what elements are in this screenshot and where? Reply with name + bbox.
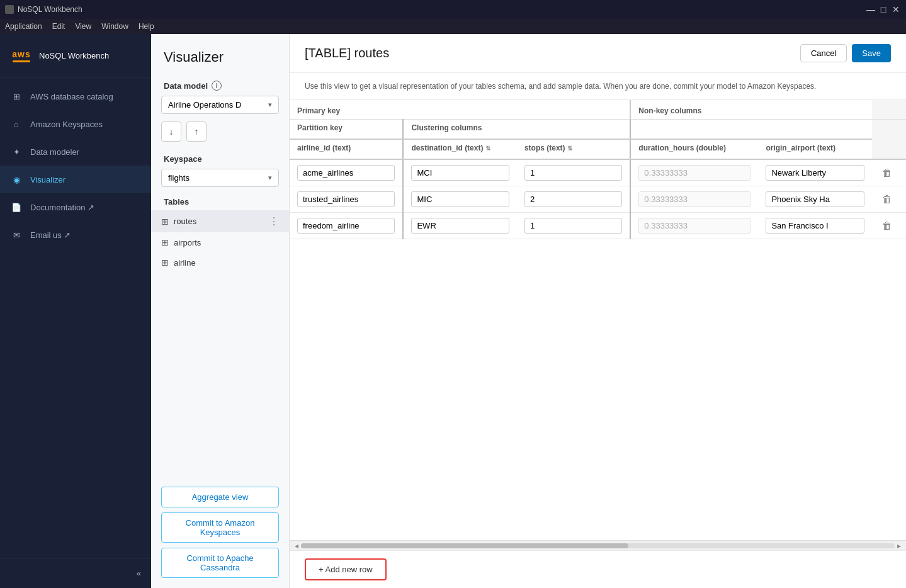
column-name-row: airline_id (text) destination_id (text) … bbox=[290, 139, 906, 159]
delete-row-1-button[interactable]: 🗑 bbox=[880, 194, 895, 205]
sidebar-item-label-visualizer: Visualizer bbox=[30, 175, 65, 184]
table-grid-icon-airline: ⊞ bbox=[161, 257, 169, 268]
table-grid-icon-airports: ⊞ bbox=[161, 237, 169, 247]
sidebar-item-label-documentation: Documentation ↗ bbox=[30, 203, 94, 212]
home-icon: ⌂ bbox=[10, 118, 23, 130]
table-row: 🗑 bbox=[290, 159, 906, 186]
input-airline-id-2[interactable] bbox=[297, 218, 395, 234]
stops-header: stops (text) ⇅ bbox=[517, 139, 630, 159]
sidebar-brand: aws NoSQL Workbench bbox=[0, 34, 151, 77]
save-button[interactable]: Save bbox=[852, 44, 891, 62]
input-origin-0[interactable] bbox=[766, 165, 864, 181]
table-item-label-routes: routes bbox=[174, 217, 196, 226]
destination-id-header: destination_id (text) ⇅ bbox=[403, 139, 516, 159]
airline-id-header: airline_id (text) bbox=[290, 139, 403, 159]
input-duration-2[interactable] bbox=[638, 218, 750, 234]
menu-application[interactable]: Application bbox=[5, 22, 42, 31]
middle-panel: Visualizer Data model i Airline Operatio… bbox=[151, 34, 290, 588]
input-origin-1[interactable] bbox=[766, 191, 864, 207]
sidebar-item-visualizer[interactable]: ◉ Visualizer bbox=[0, 166, 151, 193]
menu-help[interactable]: Help bbox=[139, 22, 154, 31]
middle-panel-title: Visualizer bbox=[151, 34, 289, 76]
non-key-col-placeholder bbox=[630, 120, 871, 140]
sidebar-nav: ⊞ AWS database catalog ⌂ Amazon Keyspace… bbox=[0, 77, 151, 558]
input-stops-1[interactable] bbox=[524, 191, 622, 207]
cell-airline-id-2 bbox=[290, 213, 403, 239]
sidebar-brand-name: NoSQL Workbench bbox=[39, 51, 109, 60]
cell-airline-id-0 bbox=[290, 159, 403, 186]
cell-stops-0 bbox=[517, 159, 630, 186]
cell-duration-2 bbox=[630, 213, 758, 239]
sidebar-item-label-aws-catalog: AWS database catalog bbox=[30, 92, 113, 101]
add-new-row-button[interactable]: + Add new row bbox=[305, 558, 387, 580]
input-airline-id-0[interactable] bbox=[297, 165, 395, 181]
main-content: [TABLE] routes Cancel Save Use this view… bbox=[290, 34, 906, 588]
sidebar-item-label-data-modeler: Data modeler bbox=[30, 147, 79, 157]
sort-icon-destination: ⇅ bbox=[485, 145, 490, 152]
sidebar-item-documentation[interactable]: 📄 Documentation ↗ bbox=[0, 193, 151, 221]
main-header: [TABLE] routes Cancel Save bbox=[290, 34, 906, 73]
aggregate-view-button[interactable]: Aggregate view bbox=[161, 487, 279, 507]
sidebar-item-data-modeler[interactable]: ✦ Data modeler bbox=[0, 138, 151, 166]
input-origin-2[interactable] bbox=[766, 218, 864, 234]
cell-destination-id-2 bbox=[403, 213, 516, 239]
sidebar-item-aws-catalog[interactable]: ⊞ AWS database catalog bbox=[0, 82, 151, 110]
menu-view[interactable]: View bbox=[75, 22, 91, 31]
table-item-airports[interactable]: ⊞ airports bbox=[151, 232, 289, 252]
cell-origin-1 bbox=[758, 186, 871, 213]
title-bar-controls[interactable]: — □ ✕ bbox=[866, 4, 901, 14]
grid-icon: ⊞ bbox=[10, 90, 23, 103]
info-icon[interactable]: i bbox=[212, 81, 222, 91]
table-item-routes[interactable]: ⊞ routes ⋮ bbox=[151, 210, 289, 232]
table-row: 🗑 bbox=[290, 213, 906, 239]
cell-stops-1 bbox=[517, 186, 630, 213]
menu-window[interactable]: Window bbox=[101, 22, 128, 31]
partition-key-header: Partition key bbox=[290, 120, 403, 140]
title-bar-left: NoSQL Workbench bbox=[5, 5, 82, 14]
horizontal-scrollbar[interactable]: ◂ ▸ bbox=[290, 540, 906, 550]
data-table: Primary key Non-key columns Partition ke… bbox=[290, 100, 906, 239]
table-item-airline[interactable]: ⊞ airline bbox=[151, 252, 289, 273]
scroll-left-icon[interactable]: ◂ bbox=[292, 541, 301, 550]
sidebar-item-label-email: Email us ↗ bbox=[30, 230, 71, 240]
delete-row-2-button[interactable]: 🗑 bbox=[880, 220, 895, 231]
keyspace-dropdown[interactable]: flights ▾ bbox=[161, 169, 279, 187]
delete-row-0-button[interactable]: 🗑 bbox=[880, 167, 895, 178]
cell-stops-2 bbox=[517, 213, 630, 239]
sidebar-item-keyspaces[interactable]: ⌂ Amazon Keyspaces bbox=[0, 110, 151, 138]
main-actions: Cancel Save bbox=[800, 44, 891, 62]
tables-label: Tables bbox=[151, 189, 289, 210]
input-stops-0[interactable] bbox=[524, 165, 622, 181]
input-airline-id-1[interactable] bbox=[297, 191, 395, 207]
maximize-button[interactable]: □ bbox=[878, 4, 888, 14]
minimize-button[interactable]: — bbox=[866, 4, 876, 14]
table-row: 🗑 bbox=[290, 186, 906, 213]
sidebar-collapse-button[interactable]: « bbox=[0, 563, 151, 583]
sidebar-footer: « bbox=[0, 558, 151, 588]
scroll-right-icon[interactable]: ▸ bbox=[895, 541, 903, 550]
scrollbar-track[interactable] bbox=[301, 543, 895, 548]
main-title: [TABLE] routes bbox=[305, 46, 389, 60]
menu-edit[interactable]: Edit bbox=[52, 22, 65, 31]
table-more-icon[interactable]: ⋮ bbox=[269, 215, 279, 227]
cancel-button[interactable]: Cancel bbox=[800, 44, 847, 62]
upload-button[interactable]: ↑ bbox=[186, 122, 207, 142]
input-destination-id-2[interactable] bbox=[411, 218, 509, 234]
input-duration-0[interactable] bbox=[638, 165, 750, 181]
input-destination-id-0[interactable] bbox=[411, 165, 509, 181]
menu-bar: Application Edit View Window Help bbox=[0, 19, 906, 34]
scrollbar-thumb[interactable] bbox=[301, 543, 628, 548]
cell-duration-1 bbox=[630, 186, 758, 213]
close-button[interactable]: ✕ bbox=[891, 4, 901, 14]
commit-keyspaces-button[interactable]: Commit to Amazon Keyspaces bbox=[161, 512, 279, 543]
download-button[interactable]: ↓ bbox=[161, 122, 181, 142]
data-model-dropdown[interactable]: Airline Operations D ▾ bbox=[161, 96, 279, 114]
keyspace-value: flights bbox=[168, 173, 190, 183]
sidebar-item-email[interactable]: ✉ Email us ↗ bbox=[0, 221, 151, 249]
cell-origin-2 bbox=[758, 213, 871, 239]
input-duration-1[interactable] bbox=[638, 191, 750, 207]
input-destination-id-1[interactable] bbox=[411, 191, 509, 207]
cell-delete-0: 🗑 bbox=[872, 159, 906, 186]
input-stops-2[interactable] bbox=[524, 218, 622, 234]
commit-cassandra-button[interactable]: Commit to Apache Cassandra bbox=[161, 548, 279, 578]
